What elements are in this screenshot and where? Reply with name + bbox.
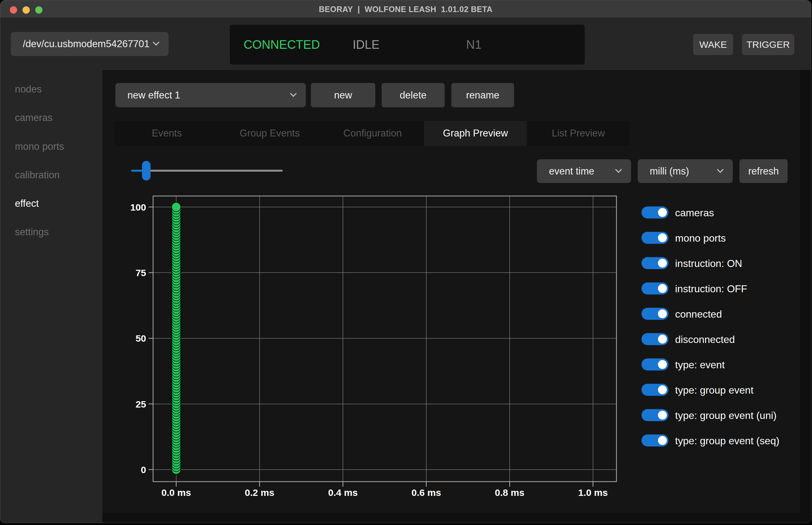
app-window: BEORAY | WOLFONE LEASH 1.01.02 BETA /dev…: [0, 0, 811, 523]
svg-text:0.4 ms: 0.4 ms: [328, 487, 358, 498]
unit-select[interactable]: milli (ms): [638, 159, 733, 183]
toggle-switch[interactable]: [641, 207, 668, 219]
toggle-switch[interactable]: [641, 409, 668, 421]
node-status: N1: [466, 38, 482, 51]
zoom-slider[interactable]: [131, 160, 283, 182]
toggle-knob: [658, 360, 667, 369]
toggle-knob: [658, 284, 667, 293]
svg-text:0.6 ms: 0.6 ms: [411, 487, 441, 498]
svg-text:0: 0: [141, 465, 146, 475]
chevron-down-icon: [717, 166, 724, 172]
refresh-button[interactable]: refresh: [739, 159, 787, 183]
toggle-label: connected: [675, 308, 722, 320]
slider-track[interactable]: [131, 170, 283, 171]
svg-text:25: 25: [136, 399, 146, 409]
chevron-down-icon: [615, 166, 622, 172]
tab-events[interactable]: Events: [115, 121, 218, 146]
unit-value: milli (ms): [650, 166, 689, 177]
event-markers: [172, 202, 181, 474]
tab-graph-preview[interactable]: Graph Preview: [424, 121, 527, 146]
toggle-switch[interactable]: [641, 358, 668, 371]
toggle-label: type: event: [675, 358, 725, 371]
wake-button[interactable]: WAKE: [693, 34, 733, 55]
toggle-switch[interactable]: [641, 232, 668, 244]
toggle-knob: [658, 335, 667, 344]
sidebar-item-settings[interactable]: settings: [15, 225, 49, 239]
toggle-knob: [658, 234, 667, 242]
toggle-switch[interactable]: [641, 308, 668, 320]
toggle-switch[interactable]: [641, 434, 668, 447]
titlebar: BEORAY | WOLFONE LEASH 1.01.02 BETA: [0, 0, 811, 18]
toggle-label: mono ports: [675, 232, 726, 244]
device-state-status: IDLE: [353, 38, 379, 51]
toggle-label: instruction: OFF: [675, 283, 747, 295]
toggle-knob: [658, 309, 667, 318]
toggle-switch[interactable]: [641, 384, 668, 396]
svg-text:50: 50: [136, 333, 146, 344]
sidebar-item-mono-ports[interactable]: mono ports: [15, 140, 64, 153]
toggle-label: type: group event: [675, 384, 753, 396]
serial-port-value: /dev/cu.usbmodem54267701: [23, 38, 149, 50]
chevron-down-icon: [290, 90, 297, 96]
rename-effect-button[interactable]: rename: [451, 83, 514, 107]
serial-port-select[interactable]: /dev/cu.usbmodem54267701: [11, 32, 169, 56]
tab-configuration[interactable]: Configuration: [321, 121, 424, 146]
svg-text:0.0 ms: 0.0 ms: [161, 487, 191, 498]
effect-panel: new effect 1 new delete rename Events Gr…: [102, 70, 800, 513]
toggle-switch[interactable]: [641, 283, 668, 295]
slider-handle[interactable]: [142, 161, 150, 180]
effect-select[interactable]: new effect 1: [115, 83, 306, 107]
svg-text:0.2 ms: 0.2 ms: [245, 487, 274, 498]
window-title: BEORAY | WOLFONE LEASH 1.01.02 BETA: [0, 0, 811, 18]
sidebar-item-nodes[interactable]: nodes: [15, 82, 42, 96]
toggle-label: disconnected: [675, 333, 735, 345]
toggle-knob: [658, 208, 667, 217]
svg-text:1.0 ms: 1.0 ms: [578, 487, 608, 498]
svg-text:0.8 ms: 0.8 ms: [495, 487, 524, 498]
effect-select-value: new effect 1: [127, 90, 180, 101]
tab-bar: Events Group Events Configuration Graph …: [115, 121, 630, 146]
new-effect-button[interactable]: new: [311, 83, 375, 107]
chevron-down-icon: [153, 39, 159, 46]
toggle-knob: [658, 411, 667, 420]
sort-by-select[interactable]: event time: [537, 159, 631, 183]
toggle-label: instruction: ON: [675, 257, 742, 269]
status-panel: CONNECTED IDLE N1: [230, 25, 585, 64]
sidebar-item-cameras[interactable]: cameras: [15, 111, 53, 124]
svg-text:100: 100: [130, 202, 146, 212]
sort-by-value: event time: [549, 166, 594, 177]
toggle-knob: [658, 436, 667, 445]
sidebar-item-effect[interactable]: effect: [15, 197, 39, 210]
connection-status: CONNECTED: [244, 38, 320, 51]
toggle-knob: [658, 259, 667, 268]
toggle-switch[interactable]: [641, 257, 668, 269]
svg-text:75: 75: [136, 268, 146, 278]
toggle-label: type: group event (seq): [675, 434, 779, 447]
toggle-label: type: group event (uni): [675, 409, 777, 421]
toggle-knob: [658, 385, 667, 394]
trigger-button[interactable]: TRIGGER: [742, 34, 794, 55]
sidebar: nodes cameras mono ports calibration eff…: [0, 70, 102, 523]
toggle-switch[interactable]: [641, 333, 668, 345]
main-area: new effect 1 new delete rename Events Gr…: [102, 70, 811, 523]
graph-preview-chart: 02550751000.0 ms0.2 ms0.4 ms0.6 ms0.8 ms…: [121, 180, 641, 503]
tab-list-preview[interactable]: List Preview: [527, 121, 630, 146]
delete-effect-button[interactable]: delete: [381, 83, 445, 107]
sidebar-item-calibration[interactable]: calibration: [15, 168, 60, 182]
tab-group-events[interactable]: Group Events: [218, 121, 321, 146]
toggle-label: cameras: [675, 207, 714, 219]
